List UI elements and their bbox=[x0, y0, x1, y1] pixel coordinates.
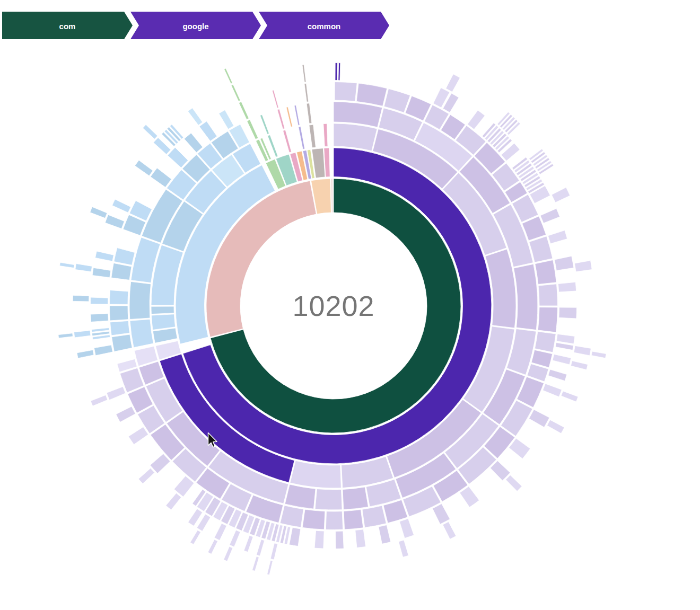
sunburst-segment[interactable] bbox=[152, 314, 176, 330]
sunburst-segment[interactable] bbox=[92, 268, 111, 277]
sunburst-segment[interactable] bbox=[538, 307, 557, 332]
sunburst-segment[interactable] bbox=[309, 125, 316, 148]
sunburst-segment[interactable] bbox=[272, 90, 278, 108]
sunburst-segment[interactable] bbox=[491, 461, 511, 480]
sunburst-segment[interactable] bbox=[129, 281, 151, 319]
sunburst-segment[interactable] bbox=[166, 493, 181, 510]
sunburst-segment[interactable] bbox=[109, 306, 128, 321]
sunburst-segment[interactable] bbox=[336, 531, 344, 549]
sunburst-segment[interactable] bbox=[289, 527, 300, 546]
sunburst-segment[interactable] bbox=[535, 260, 556, 285]
sunburst-segment[interactable] bbox=[299, 127, 305, 149]
sunburst-segment[interactable] bbox=[260, 114, 269, 134]
sunburst-segment[interactable] bbox=[130, 319, 153, 347]
sunburst-segment[interactable] bbox=[326, 511, 343, 530]
sunburst-segment[interactable] bbox=[231, 85, 240, 102]
sunburst-segment[interactable] bbox=[343, 487, 369, 510]
sunburst-segment[interactable] bbox=[571, 361, 588, 370]
sunburst-segment[interactable] bbox=[105, 215, 124, 228]
sunburst-segment[interactable] bbox=[286, 107, 293, 127]
sunburst-segment[interactable] bbox=[314, 531, 324, 549]
sunburst-segment[interactable] bbox=[556, 334, 575, 343]
sunburst-segment[interactable] bbox=[399, 519, 414, 538]
sunburst-segment[interactable] bbox=[239, 102, 249, 120]
sunburst-segment[interactable] bbox=[214, 524, 226, 541]
sunburst-segment[interactable] bbox=[92, 328, 109, 332]
sunburst-segment[interactable] bbox=[73, 295, 89, 302]
sunburst-segment[interactable] bbox=[302, 509, 325, 529]
sunburst-segment[interactable] bbox=[90, 207, 107, 218]
sunburst-segment[interactable] bbox=[591, 351, 606, 358]
sunburst-segment[interactable] bbox=[188, 108, 203, 126]
sunburst-segment[interactable] bbox=[574, 346, 591, 356]
sunburst-segment[interactable] bbox=[529, 410, 550, 427]
sunburst-segment[interactable] bbox=[230, 530, 240, 547]
sunburst-segment[interactable] bbox=[112, 334, 133, 351]
sunburst-segment[interactable] bbox=[344, 510, 363, 529]
sunburst-segment[interactable] bbox=[535, 332, 556, 352]
sunburst-segment[interactable] bbox=[290, 461, 342, 488]
sunburst-segment[interactable] bbox=[433, 504, 450, 525]
sunburst-segment[interactable] bbox=[338, 63, 340, 81]
sunburst-segment[interactable] bbox=[509, 438, 530, 458]
sunburst-segment[interactable] bbox=[91, 395, 108, 406]
sunburst-segment[interactable] bbox=[283, 130, 292, 153]
sunburst-segment[interactable] bbox=[304, 84, 309, 102]
sunburst-segment[interactable] bbox=[315, 489, 342, 510]
sunburst-segment[interactable] bbox=[543, 384, 562, 397]
sunburst-segment[interactable] bbox=[553, 354, 571, 365]
sunburst-segment[interactable] bbox=[153, 328, 177, 343]
sunburst-segment[interactable] bbox=[114, 248, 135, 266]
sunburst-segment[interactable] bbox=[335, 63, 337, 81]
sunburst-segment[interactable] bbox=[460, 487, 479, 507]
sunburst-segment[interactable] bbox=[270, 543, 278, 560]
sunburst-segment[interactable] bbox=[558, 282, 576, 292]
sunburst-segment[interactable] bbox=[529, 236, 553, 262]
sunburst-segment[interactable] bbox=[277, 109, 285, 129]
sunburst-segment[interactable] bbox=[224, 68, 233, 84]
sunburst-segment[interactable] bbox=[294, 105, 300, 126]
sunburst-segment[interactable] bbox=[135, 160, 153, 175]
sunburst-segment[interactable] bbox=[280, 506, 303, 527]
sunburst-segment[interactable] bbox=[257, 540, 265, 556]
sunburst-segment[interactable] bbox=[252, 556, 259, 571]
sunburst-segment[interactable] bbox=[335, 82, 357, 102]
sunburst-segment[interactable] bbox=[548, 231, 567, 244]
sunburst-segment[interactable] bbox=[128, 427, 148, 445]
sunburst-segment[interactable] bbox=[506, 475, 522, 491]
sunburst-segment[interactable] bbox=[575, 261, 592, 272]
sunburst-segment[interactable] bbox=[224, 546, 233, 561]
sunburst-segment[interactable] bbox=[94, 345, 113, 356]
sunburst-segment[interactable] bbox=[383, 500, 408, 523]
sunburst-segment[interactable] bbox=[95, 251, 114, 261]
sunburst-segment[interactable] bbox=[116, 406, 136, 422]
sunburst-segment[interactable] bbox=[91, 297, 108, 304]
sunburst-segment[interactable] bbox=[244, 535, 253, 552]
sunburst-segment[interactable] bbox=[468, 110, 485, 129]
sunburst-segment[interactable] bbox=[559, 307, 577, 319]
sunburst-segment[interactable] bbox=[110, 290, 128, 305]
sunburst-segment[interactable] bbox=[151, 168, 172, 187]
sunburst-segment[interactable] bbox=[379, 525, 391, 544]
sunburst-segment[interactable] bbox=[399, 540, 409, 557]
sunburst-segment[interactable] bbox=[443, 522, 456, 540]
sunburst-segment[interactable] bbox=[247, 120, 258, 139]
sunburst-segment[interactable] bbox=[110, 321, 130, 335]
sunburst-segment[interactable] bbox=[555, 256, 574, 270]
sunburst-segment[interactable] bbox=[150, 454, 170, 473]
sunburst-segment[interactable] bbox=[143, 125, 158, 139]
sunburst-segment[interactable] bbox=[60, 262, 75, 268]
sunburst-segment[interactable] bbox=[355, 529, 366, 548]
sunburst-segment[interactable] bbox=[107, 387, 126, 400]
sunburst-segment[interactable] bbox=[184, 133, 203, 153]
sunburst-segment[interactable] bbox=[285, 484, 316, 509]
sunburst-segment[interactable] bbox=[77, 350, 94, 358]
sunburst-segment[interactable] bbox=[552, 188, 570, 202]
sunburst-segment[interactable] bbox=[362, 506, 386, 527]
sunburst-segment[interactable] bbox=[91, 314, 109, 322]
sunburst-segment[interactable] bbox=[334, 102, 382, 127]
sunburst-segment[interactable] bbox=[74, 331, 91, 338]
sunburst-segment[interactable] bbox=[331, 179, 333, 213]
sunburst-segment[interactable] bbox=[514, 264, 538, 330]
sunburst-segment[interactable] bbox=[151, 306, 174, 314]
